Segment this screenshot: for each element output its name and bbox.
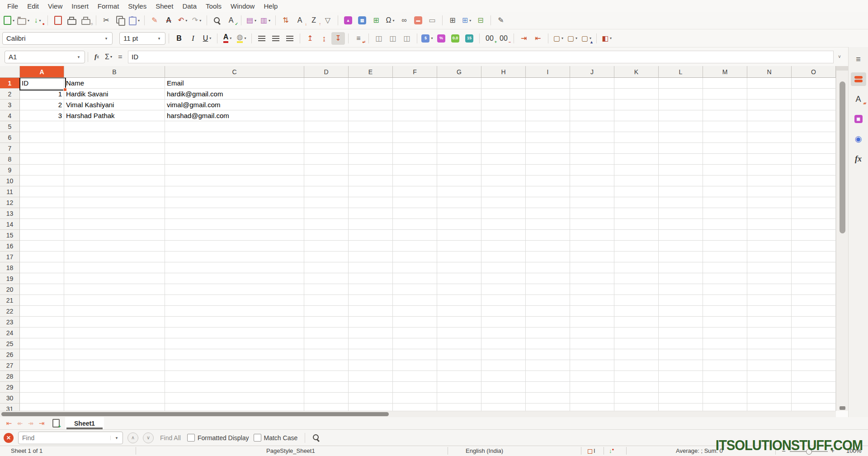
cell-B11[interactable] bbox=[64, 186, 165, 197]
cell-K3[interactable] bbox=[614, 100, 659, 110]
cell-A9[interactable] bbox=[20, 165, 64, 176]
cell-B2[interactable]: Hardik Savani bbox=[64, 89, 165, 100]
cell-F13[interactable] bbox=[393, 208, 437, 219]
cell-N19[interactable] bbox=[747, 273, 792, 284]
insert-pivot-table-icon[interactable]: ⊞ bbox=[369, 14, 383, 27]
cell-F8[interactable] bbox=[393, 154, 437, 165]
cell-B31[interactable] bbox=[64, 404, 165, 411]
number-format-icon[interactable]: 0.0 bbox=[448, 32, 462, 45]
cell-F4[interactable] bbox=[393, 110, 437, 121]
zoom-level[interactable]: 100% bbox=[846, 447, 861, 454]
cell-J3[interactable] bbox=[570, 100, 614, 110]
cell-O24[interactable] bbox=[792, 328, 836, 338]
menu-tools[interactable]: Tools bbox=[201, 1, 226, 11]
cell-D24[interactable] bbox=[304, 328, 349, 338]
cell-J1[interactable] bbox=[570, 78, 614, 89]
column-header-D[interactable]: D bbox=[304, 66, 349, 78]
cell-L19[interactable] bbox=[659, 273, 703, 284]
cell-K20[interactable] bbox=[614, 284, 659, 295]
menu-data[interactable]: Data bbox=[178, 1, 201, 11]
cell-M4[interactable] bbox=[703, 110, 747, 121]
cell-K24[interactable] bbox=[614, 328, 659, 338]
row-header-2[interactable]: 2 bbox=[0, 89, 20, 100]
cell-F26[interactable] bbox=[393, 349, 437, 360]
cell-N26[interactable] bbox=[747, 349, 792, 360]
first-sheet-icon[interactable]: ⇤ bbox=[4, 418, 14, 429]
cell-D23[interactable] bbox=[304, 317, 349, 328]
cell-K16[interactable] bbox=[614, 241, 659, 252]
cell-K19[interactable] bbox=[614, 273, 659, 284]
cell-J13[interactable] bbox=[570, 208, 614, 219]
cell-N14[interactable] bbox=[747, 219, 792, 230]
cell-F27[interactable] bbox=[393, 360, 437, 371]
cell-B13[interactable] bbox=[64, 208, 165, 219]
cell-O23[interactable] bbox=[792, 317, 836, 328]
cell-A22[interactable] bbox=[20, 306, 64, 317]
cell-I3[interactable] bbox=[526, 100, 570, 110]
cell-C20[interactable] bbox=[165, 284, 304, 295]
border-style-dropdown[interactable]: ▾ bbox=[576, 36, 577, 40]
cell-J28[interactable] bbox=[570, 371, 614, 382]
cell-D29[interactable] bbox=[304, 382, 349, 393]
cell-I25[interactable] bbox=[526, 338, 570, 349]
cell-N30[interactable] bbox=[747, 393, 792, 404]
cell-M8[interactable] bbox=[703, 154, 747, 165]
cell-I4[interactable] bbox=[526, 110, 570, 121]
chevron-down-icon[interactable]: ▾ bbox=[110, 436, 123, 440]
highlighting-color-dropdown[interactable]: ▾ bbox=[244, 36, 246, 40]
cell-C5[interactable] bbox=[165, 121, 304, 132]
cell-D6[interactable] bbox=[304, 132, 349, 143]
split-handle[interactable] bbox=[836, 66, 848, 71]
column-dropdown[interactable]: ▾ bbox=[269, 19, 270, 23]
cell-G30[interactable] bbox=[437, 393, 481, 404]
cell-H9[interactable] bbox=[481, 165, 526, 176]
cell-L26[interactable] bbox=[659, 349, 703, 360]
row-header-29[interactable]: 29 bbox=[0, 382, 20, 393]
cell-O7[interactable] bbox=[792, 143, 836, 154]
properties-icon[interactable] bbox=[851, 72, 866, 86]
menu-sheet[interactable]: Sheet bbox=[151, 1, 178, 11]
cell-C1[interactable]: Email bbox=[165, 78, 304, 89]
row-header-10[interactable]: 10 bbox=[0, 176, 20, 186]
cell-D4[interactable] bbox=[304, 110, 349, 121]
font-name-combo[interactable]: Calibri ▾ bbox=[2, 32, 113, 45]
cell-E14[interactable] bbox=[349, 219, 393, 230]
cell-K22[interactable] bbox=[614, 306, 659, 317]
formatted-display-checkbox[interactable] bbox=[187, 434, 195, 442]
cell-J8[interactable] bbox=[570, 154, 614, 165]
cell-D17[interactable] bbox=[304, 252, 349, 262]
column-header-K[interactable]: K bbox=[614, 66, 659, 78]
cell-H3[interactable] bbox=[481, 100, 526, 110]
cell-B30[interactable] bbox=[64, 393, 165, 404]
cell-O28[interactable] bbox=[792, 371, 836, 382]
cell-F10[interactable] bbox=[393, 176, 437, 186]
cell-K25[interactable] bbox=[614, 338, 659, 349]
cell-G2[interactable] bbox=[437, 89, 481, 100]
cell-B5[interactable] bbox=[64, 121, 165, 132]
cell-K21[interactable] bbox=[614, 295, 659, 306]
cell-N5[interactable] bbox=[747, 121, 792, 132]
delete-decimal-icon[interactable]: 00− bbox=[497, 32, 510, 45]
cell-K12[interactable] bbox=[614, 197, 659, 208]
cell-N24[interactable] bbox=[747, 328, 792, 338]
find-previous-button[interactable]: ∧ bbox=[127, 432, 138, 443]
cell-I11[interactable] bbox=[526, 186, 570, 197]
cell-C18[interactable] bbox=[165, 262, 304, 273]
cell-C14[interactable] bbox=[165, 219, 304, 230]
horizontal-scrollbar[interactable] bbox=[0, 411, 836, 417]
cell-M1[interactable] bbox=[703, 78, 747, 89]
cell-O10[interactable] bbox=[792, 176, 836, 186]
cell-F29[interactable] bbox=[393, 382, 437, 393]
cell-N16[interactable] bbox=[747, 241, 792, 252]
cell-D11[interactable] bbox=[304, 186, 349, 197]
row-header-18[interactable]: 18 bbox=[0, 262, 20, 273]
cell-H11[interactable] bbox=[481, 186, 526, 197]
cell-A20[interactable] bbox=[20, 284, 64, 295]
print-icon[interactable] bbox=[65, 14, 79, 27]
cell-B20[interactable] bbox=[64, 284, 165, 295]
column-header-J[interactable]: J bbox=[570, 66, 614, 78]
decrease-indent-icon[interactable]: ⇤ bbox=[531, 32, 545, 45]
cell-G21[interactable] bbox=[437, 295, 481, 306]
cell-O27[interactable] bbox=[792, 360, 836, 371]
cell-G3[interactable] bbox=[437, 100, 481, 110]
